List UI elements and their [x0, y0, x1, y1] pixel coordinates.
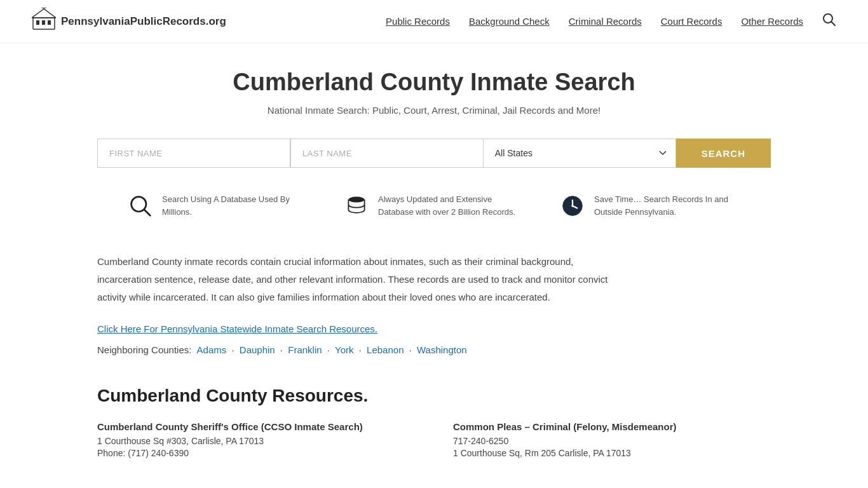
- resource-sheriff-name: Cumberland County Sheriff's Office (CCSO…: [97, 421, 415, 432]
- county-lebanon[interactable]: Lebanon: [367, 344, 403, 355]
- county-washington[interactable]: Washington: [417, 344, 467, 355]
- county-adams[interactable]: Adams: [197, 344, 227, 355]
- resource-cp-name: Common Pleas – Criminal (Felony, Misdeme…: [453, 421, 771, 432]
- svg-rect-2: [42, 20, 45, 25]
- public-records-link[interactable]: Public Records: [386, 16, 450, 27]
- feature-database-text: Always Updated and Extensive Database wi…: [378, 193, 523, 218]
- logo-link[interactable]: PennsylvaniaPublicRecords.org: [32, 8, 226, 35]
- criminal-records-link[interactable]: Criminal Records: [569, 16, 642, 27]
- svg-marker-4: [32, 9, 56, 18]
- svg-rect-1: [36, 20, 39, 25]
- resource-cp-phone: 1 Courthouse Sq, Rm 205 Carlisle, PA 170…: [453, 448, 771, 458]
- other-records-link[interactable]: Other Records: [741, 16, 803, 27]
- feature-clock: Save Time… Search Records In and Outside…: [561, 193, 739, 222]
- last-name-input[interactable]: [290, 139, 484, 168]
- description-body: Cumberland County inmate records contain…: [97, 253, 618, 306]
- resources-title: Cumberland County Resources.: [97, 386, 771, 406]
- logo-text: PennsylvaniaPublicRecords.org: [61, 15, 226, 28]
- county-dauphin[interactable]: Dauphin: [240, 344, 275, 355]
- svg-point-11: [348, 197, 364, 203]
- first-name-input[interactable]: [97, 139, 290, 168]
- svg-line-8: [832, 22, 836, 26]
- site-header: PennsylvaniaPublicRecords.org Public Rec…: [0, 0, 868, 43]
- search-button[interactable]: SEARCH: [676, 139, 771, 168]
- search-bar: All StatesAlabamaAlaskaArizonaArkansasCa…: [97, 139, 771, 168]
- search-feature-icon: [129, 194, 152, 222]
- main-nav: Public Records Background Check Criminal…: [386, 13, 836, 30]
- page-subtitle: National Inmate Search: Public, Court, A…: [97, 105, 771, 116]
- svg-point-15: [571, 205, 574, 207]
- logo-icon: [32, 8, 56, 35]
- svg-rect-3: [48, 20, 51, 25]
- features-row: Search Using A Database Used By Millions…: [97, 193, 771, 222]
- svg-line-10: [144, 210, 150, 215]
- resource-sheriff-phone: Phone: (717) 240-6390: [97, 448, 415, 458]
- page-title: Cumberland County Inmate Search: [97, 69, 771, 96]
- feature-search: Search Using A Database Used By Millions…: [129, 193, 307, 222]
- neighboring-counties: Neighboring Counties: Adams · Dauphin · …: [97, 344, 771, 355]
- resource-sheriff: Cumberland County Sheriff's Office (CCSO…: [97, 421, 415, 458]
- feature-database: Always Updated and Extensive Database wi…: [345, 193, 523, 222]
- resource-cp-address: 717-240-6250: [453, 436, 771, 446]
- court-records-link[interactable]: Court Records: [661, 16, 722, 27]
- clock-feature-icon: [561, 194, 584, 222]
- resource-sheriff-address: 1 Courthouse Sq #303, Carlisle, PA 17013: [97, 436, 415, 446]
- nav-search-icon[interactable]: [822, 13, 836, 30]
- main-content: Cumberland County Inmate Search National…: [85, 43, 783, 488]
- database-feature-icon: [345, 194, 368, 222]
- state-select[interactable]: All StatesAlabamaAlaskaArizonaArkansasCa…: [484, 139, 676, 168]
- county-franklin[interactable]: Franklin: [288, 344, 322, 355]
- feature-clock-text: Save Time… Search Records In and Outside…: [594, 193, 739, 218]
- feature-search-text: Search Using A Database Used By Millions…: [162, 193, 307, 218]
- neighboring-label: Neighboring Counties:: [97, 344, 191, 355]
- statewide-link[interactable]: Click Here For Pennsylvania Statewide In…: [97, 323, 771, 334]
- background-check-link[interactable]: Background Check: [469, 16, 550, 27]
- resources-grid: Cumberland County Sheriff's Office (CCSO…: [97, 421, 771, 466]
- resource-common-pleas: Common Pleas – Criminal (Felony, Misdeme…: [453, 421, 771, 458]
- county-york[interactable]: York: [335, 344, 353, 355]
